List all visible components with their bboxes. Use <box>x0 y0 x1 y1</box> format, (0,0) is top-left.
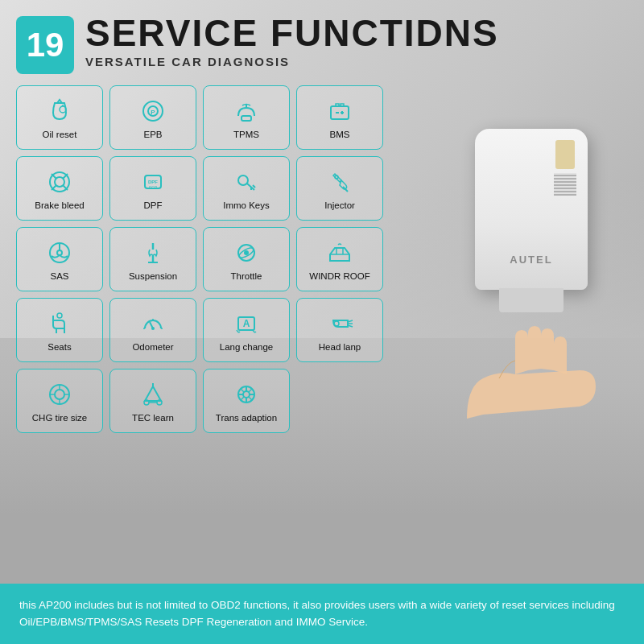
icon-seats: Seats <box>16 298 103 362</box>
icon-tec-learn: TEC learn <box>109 369 196 433</box>
icon-odometer: Odometer <box>109 298 196 362</box>
icon-head-lamp: Head lanp <box>296 298 383 362</box>
headlamp-icon <box>325 309 354 338</box>
svg-point-37 <box>151 327 155 330</box>
svg-point-35 <box>57 313 62 318</box>
roof-icon <box>325 238 354 267</box>
icon-suspension: Suspension <box>109 227 196 291</box>
brake-icon <box>45 167 74 196</box>
odometer-label: Odometer <box>132 342 173 353</box>
svg-line-65 <box>249 389 252 392</box>
seats-label: Seats <box>47 342 71 353</box>
tec-learn-label: TEC learn <box>132 413 174 424</box>
svg-point-24 <box>57 250 62 255</box>
icon-dpf: DPF SCR DPF <box>109 156 196 221</box>
svg-rect-8 <box>336 104 339 106</box>
oil-reset-label: Oil reset <box>43 130 77 141</box>
icon-injector: Injector <box>296 156 383 221</box>
dpf-label: DPF <box>144 200 163 212</box>
sub-title: VERSATILE CAR DIAGNOSIS <box>85 55 499 68</box>
svg-point-22 <box>335 175 338 179</box>
title-block: SERVICE FUNCTIDNS VERSATILE CAR DIAGNOSI… <box>85 14 499 68</box>
trans-icon <box>232 380 261 409</box>
seat-icon <box>45 309 74 338</box>
description-text: this AP200 includes but is not limited t… <box>19 597 625 631</box>
bms-label: BMS <box>330 130 350 141</box>
throttle-label: Throttle <box>231 271 262 283</box>
brake-bleed-label: Brake bleed <box>35 200 84 212</box>
svg-rect-5 <box>242 116 251 121</box>
svg-rect-9 <box>341 104 344 106</box>
icon-epb: P EPB <box>109 85 196 150</box>
windr-roof-label: WINDR ROOF <box>309 271 369 283</box>
icon-chg-tire-size: CHG tire size <box>16 369 103 433</box>
svg-line-66 <box>241 397 244 400</box>
icon-tpms: TPMS <box>203 85 290 150</box>
dpf-icon: DPF SCR <box>138 167 167 196</box>
svg-point-48 <box>55 390 64 399</box>
icon-bms: BMS <box>296 85 383 150</box>
icon-oil-reset: Oil reset <box>16 85 103 150</box>
injector-label: Injector <box>324 200 355 212</box>
lang-change-label: Lang change <box>220 342 274 353</box>
icon-lang-change: A Lang change <box>203 298 290 362</box>
oil-icon <box>45 97 74 126</box>
trans-adaption-label: Trans adaption <box>216 413 277 424</box>
svg-text:DPF: DPF <box>148 180 158 184</box>
svg-rect-7 <box>331 106 349 119</box>
svg-line-64 <box>249 397 252 400</box>
epb-icon: P <box>138 97 167 126</box>
injector-icon <box>325 167 354 196</box>
svg-line-20 <box>253 185 255 188</box>
svg-line-63 <box>241 389 244 392</box>
immo-keys-label: Immo Keys <box>223 200 270 212</box>
content-area: 19 SERVICE FUNCTIDNS VERSATILE CAR DIAGN… <box>0 0 644 433</box>
svg-point-43 <box>334 321 339 326</box>
suspension-label: Suspension <box>129 271 177 283</box>
odometer-icon <box>138 309 167 338</box>
chg-tire-size-label: CHG tire size <box>32 413 87 424</box>
svg-text:SCR: SCR <box>149 185 158 190</box>
head-lamp-label: Head lanp <box>319 342 361 353</box>
lang-icon: A <box>232 309 261 338</box>
tec-icon <box>138 380 167 409</box>
sas-label: SAS <box>50 271 68 283</box>
icon-trans-adaption: Trans adaption <box>203 369 290 433</box>
tire-icon <box>45 380 74 409</box>
page-wrapper: 19 SERVICE FUNCTIDNS VERSATILE CAR DIAGN… <box>0 0 644 644</box>
header-section: 19 SERVICE FUNCTIDNS VERSATILE CAR DIAGN… <box>16 14 628 74</box>
svg-point-58 <box>243 391 250 398</box>
steering-icon <box>45 238 74 267</box>
suspension-icon <box>138 238 167 267</box>
main-title: SERVICE FUNCTIDNS <box>85 14 499 52</box>
description-bar: this AP200 includes but is not limited t… <box>0 584 644 644</box>
icon-brake-bleed: Brake bleed <box>16 156 103 221</box>
icon-throttle: Throttle <box>203 227 290 291</box>
icon-windr-roof: WINDR ROOF <box>296 227 383 291</box>
key-icon <box>232 167 261 196</box>
throttle-icon <box>232 238 261 267</box>
icons-grid: Oil reset P EPB <box>16 85 386 433</box>
epb-label: EPB <box>143 130 162 141</box>
tpms-icon <box>232 97 261 126</box>
svg-point-31 <box>244 250 249 255</box>
tpms-label: TPMS <box>233 130 259 141</box>
svg-text:A: A <box>243 318 250 329</box>
bms-icon <box>325 97 354 126</box>
svg-text:P: P <box>151 109 155 116</box>
icon-sas: SAS <box>16 227 103 291</box>
number-badge: 19 <box>16 16 74 74</box>
svg-point-18 <box>238 175 248 185</box>
icon-immo-keys: Immo Keys <box>203 156 290 221</box>
